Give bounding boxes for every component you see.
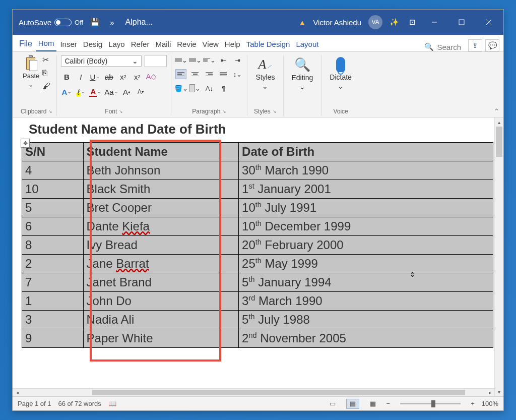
font-color-button[interactable]: A⌄ xyxy=(89,86,101,97)
table-row[interactable]: 7Janet Brand5th January 1994 xyxy=(22,273,493,292)
strikethrough-button[interactable]: ab xyxy=(103,71,114,82)
table-row[interactable]: 6Dante Kiefa10th December 1999 xyxy=(22,217,493,236)
shading-button[interactable]: 🪣⌄ xyxy=(175,83,186,93)
cut-icon[interactable]: ✂ xyxy=(42,55,50,65)
autosave-toggle[interactable]: AutoSave Off xyxy=(19,18,83,27)
cell-dob[interactable]: 3rd March 1990 xyxy=(239,292,493,311)
word-count[interactable]: 66 of 72 words xyxy=(58,400,101,407)
ribbon-display-icon[interactable]: ⊡ xyxy=(406,16,419,29)
dialog-launcher-icon[interactable]: ↘ xyxy=(48,109,52,114)
editing-button[interactable]: 🔍 Editing ⌄ xyxy=(288,55,317,93)
styles-button[interactable]: A⟋ Styles ⌄ xyxy=(251,55,279,92)
tab-mailings[interactable]: Maili xyxy=(153,38,173,51)
tab-table-layout[interactable]: Layout xyxy=(293,38,321,51)
table-row[interactable]: 5Bret Cooper10th July 1991 xyxy=(22,199,493,217)
grow-font-button[interactable]: A▴ xyxy=(121,86,133,97)
cell-name[interactable]: Dante Kiefa xyxy=(83,217,239,236)
cell-dob[interactable]: 5th July 1988 xyxy=(239,311,493,329)
increase-indent-button[interactable]: ⇥ xyxy=(232,55,243,65)
read-mode-button[interactable]: ▭ xyxy=(326,399,339,409)
maximize-button[interactable] xyxy=(450,10,473,35)
cell-dob[interactable]: 2nd November 2005 xyxy=(239,329,493,348)
tab-home[interactable]: Hom xyxy=(36,37,57,51)
justify-button[interactable] xyxy=(218,69,229,79)
cell-name[interactable]: Paper White xyxy=(83,329,239,348)
comments-button[interactable]: 💬 xyxy=(485,39,499,51)
dictate-button[interactable]: Dictate ⌄ xyxy=(326,55,356,92)
scroll-right-icon[interactable]: ▸ xyxy=(485,389,494,396)
table-row[interactable]: 1John Do3rd March 1990 xyxy=(22,292,493,311)
dialog-launcher-icon[interactable]: ↘ xyxy=(222,109,226,114)
superscript-button[interactable]: x2 xyxy=(132,71,143,82)
magic-icon[interactable]: ✨ xyxy=(386,16,402,29)
table-row[interactable]: 10Black Smith1st January 2001 xyxy=(22,180,493,199)
cell-dob[interactable]: 10th December 1999 xyxy=(239,217,493,236)
cell-dob[interactable]: 20th February 2000 xyxy=(239,236,493,255)
bullets-button[interactable]: ⌄ xyxy=(175,55,186,65)
scroll-thumb-h[interactable] xyxy=(92,390,465,395)
cell-dob[interactable]: 1st January 2001 xyxy=(239,180,493,199)
col-dob[interactable]: Date of Birth xyxy=(239,143,493,161)
vertical-scrollbar[interactable]: ▴ ▾ xyxy=(494,117,503,396)
cell-dob[interactable]: 10th July 1991 xyxy=(239,199,493,217)
cell-sn[interactable]: 2 xyxy=(22,255,84,273)
text-effects-button[interactable]: A⌄ xyxy=(61,86,72,97)
warning-icon[interactable]: ▲ xyxy=(299,18,306,27)
tab-insert[interactable]: Inser xyxy=(57,38,79,51)
close-button[interactable] xyxy=(477,10,500,35)
page-indicator[interactable]: Page 1 of 1 xyxy=(18,400,51,407)
cell-dob[interactable]: 5th January 1994 xyxy=(239,273,493,292)
cell-sn[interactable]: 5 xyxy=(22,199,84,217)
students-table[interactable]: S/N Student Name Date of Birth 4Beth Joh… xyxy=(22,142,493,348)
table-row[interactable]: 4Beth Johnson30th March 1990 xyxy=(22,161,493,180)
italic-button[interactable]: I xyxy=(75,71,86,82)
zoom-level[interactable]: 100% xyxy=(482,400,498,407)
search-box[interactable]: 🔍 Search xyxy=(424,42,465,51)
minimize-button[interactable] xyxy=(423,10,446,35)
subscript-button[interactable]: x2 xyxy=(117,71,128,82)
table-move-handle[interactable]: ✥ xyxy=(21,139,30,148)
decrease-indent-button[interactable]: ⇤ xyxy=(218,55,229,65)
dialog-launcher-icon[interactable]: ↘ xyxy=(119,109,123,114)
cell-name[interactable]: Bret Cooper xyxy=(83,199,239,217)
multilevel-button[interactable]: ⌄ xyxy=(204,55,215,65)
underline-button[interactable]: U⌄ xyxy=(89,71,100,82)
share-button[interactable]: ⇪ xyxy=(468,39,482,51)
table-row[interactable]: 3Nadia Ali5th July 1988 xyxy=(22,311,493,329)
scroll-thumb[interactable] xyxy=(496,127,502,157)
tab-layout[interactable]: Layo xyxy=(106,38,127,51)
tab-file[interactable]: File xyxy=(17,37,35,51)
cell-sn[interactable]: 4 xyxy=(22,161,84,180)
horizontal-scrollbar[interactable]: ◂ ▸ xyxy=(13,388,494,396)
scroll-up-icon[interactable]: ▴ xyxy=(495,117,503,127)
table-row[interactable]: 2Jane Barrat25th May 1999 xyxy=(22,255,493,273)
format-painter-icon[interactable]: 🖌 xyxy=(42,82,50,91)
scroll-down-icon[interactable]: ▾ xyxy=(495,387,503,396)
change-case-button[interactable]: Aa⌄ xyxy=(104,86,118,97)
cell-sn[interactable]: 10 xyxy=(22,180,84,199)
spellcheck-icon[interactable]: 📖 xyxy=(108,400,116,407)
col-name[interactable]: Student Name xyxy=(83,143,239,161)
align-center-button[interactable] xyxy=(189,69,201,79)
col-sn[interactable]: S/N xyxy=(22,143,84,161)
dialog-launcher-icon[interactable]: ↘ xyxy=(273,109,277,114)
cell-sn[interactable]: 7 xyxy=(22,273,84,292)
line-spacing-button[interactable]: ↕⌄ xyxy=(232,69,243,79)
cell-name[interactable]: John Do xyxy=(83,292,239,311)
borders-button[interactable]: ⌄ xyxy=(189,83,201,93)
cell-name[interactable]: Beth Johnson xyxy=(83,161,239,180)
clear-format-button[interactable]: A◇ xyxy=(146,71,157,82)
user-name[interactable]: Victor Ashiedu xyxy=(313,18,361,27)
tab-help[interactable]: Help xyxy=(222,38,243,51)
tab-design[interactable]: Desig xyxy=(81,38,105,51)
zoom-out-button[interactable]: − xyxy=(386,400,391,407)
scroll-left-icon[interactable]: ◂ xyxy=(13,389,22,396)
cell-name[interactable]: Nadia Ali xyxy=(83,311,239,329)
shrink-font-button[interactable]: A▾ xyxy=(136,86,147,97)
qat-overflow-icon[interactable]: » xyxy=(107,16,117,29)
web-layout-button[interactable]: ▦ xyxy=(366,399,379,409)
cell-name[interactable]: Janet Brand xyxy=(83,273,239,292)
zoom-slider[interactable] xyxy=(400,403,461,404)
numbering-button[interactable]: ⌄ xyxy=(189,55,201,65)
save-icon[interactable]: 💾 xyxy=(87,16,103,29)
